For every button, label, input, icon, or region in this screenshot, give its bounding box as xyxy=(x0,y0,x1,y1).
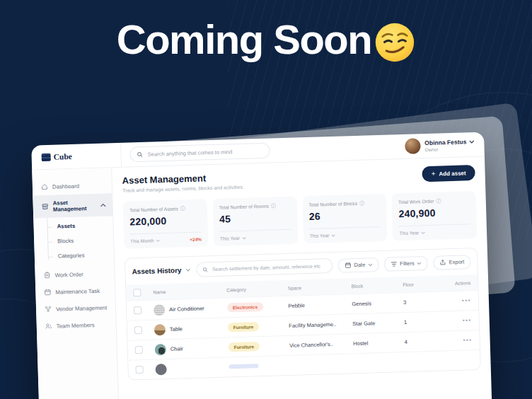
banner-title: Coming Soon xyxy=(117,16,371,63)
stat-value: 240,900 xyxy=(398,206,470,219)
clipboard-icon xyxy=(43,272,50,279)
space-cell xyxy=(290,364,354,366)
calendar-icon xyxy=(44,289,51,296)
info-icon[interactable]: ⓘ xyxy=(359,201,364,206)
row-checkbox[interactable] xyxy=(135,366,143,374)
row-checkbox[interactable] xyxy=(134,326,142,334)
chevron-down-icon xyxy=(421,231,425,234)
app-window: Cube Obinna Festus O xyxy=(31,132,492,399)
space-cell: Vice Chancellor's.. xyxy=(289,340,353,349)
period-dropdown[interactable]: This Year xyxy=(220,236,246,241)
search-icon xyxy=(202,267,208,272)
global-search[interactable] xyxy=(129,143,270,163)
category-badge: Furniture xyxy=(228,342,260,352)
stat-value: 45 xyxy=(219,212,291,225)
chevron-down-icon xyxy=(469,140,474,144)
main-content: Asset Management Track and manage assets… xyxy=(112,157,492,399)
filters-button[interactable]: Filters xyxy=(384,256,428,272)
archive-box-icon xyxy=(42,203,49,210)
export-icon xyxy=(440,259,446,265)
stats-row: Total Number of Assets ⓘ 220,000 This Mo… xyxy=(123,191,478,249)
row-actions-button[interactable] xyxy=(441,360,473,361)
delta-badge: +24% xyxy=(190,236,202,241)
period-dropdown[interactable]: This Year xyxy=(310,233,336,238)
search-icon xyxy=(137,151,142,157)
floor-cell: 1 xyxy=(404,318,441,326)
info-icon[interactable]: ⓘ xyxy=(436,198,441,203)
history-search-input[interactable] xyxy=(211,262,327,272)
filter-icon xyxy=(391,261,397,267)
asset-thumbnail xyxy=(155,344,166,355)
divider xyxy=(399,224,470,226)
dashboard-mockup: Cube Obinna Festus O xyxy=(35,139,488,399)
sidebar-item-work-order[interactable]: Work Order xyxy=(35,265,115,284)
asset-name: Chair xyxy=(170,345,183,352)
stat-card-total-blocks: Total Number of Blocks ⓘ 26 This Year xyxy=(302,194,388,243)
block-cell: Star Gate xyxy=(352,319,404,327)
asset-management-submenu: Assets Blocks Categories xyxy=(33,216,114,267)
chevron-down-icon xyxy=(331,233,335,236)
home-icon xyxy=(41,183,48,190)
stat-value: 26 xyxy=(309,209,381,222)
sidebar-subitem-categories[interactable]: Categories xyxy=(35,247,115,264)
sidebar-item-maintenance-task[interactable]: Maintenance Task xyxy=(35,282,115,301)
floor-cell: 3 xyxy=(403,299,440,306)
chevron-up-icon xyxy=(100,203,107,207)
info-icon[interactable]: ⓘ xyxy=(271,203,276,208)
row-actions-button[interactable]: ••• xyxy=(440,297,471,304)
cube-logo-icon xyxy=(42,153,51,161)
logo[interactable]: Cube xyxy=(31,143,122,170)
space-cell: Facility Manageme.. xyxy=(289,320,352,329)
info-icon[interactable]: ⓘ xyxy=(180,206,185,211)
sidebar-item-dashboard[interactable]: Dashboard xyxy=(33,176,112,195)
row-actions-button[interactable]: ••• xyxy=(441,317,472,324)
global-search-input[interactable] xyxy=(146,146,263,158)
asset-name: Table xyxy=(170,325,183,332)
row-checkbox[interactable] xyxy=(135,346,143,354)
assets-history-panel: Assets History xyxy=(125,248,481,381)
block-cell: Genesis xyxy=(352,299,403,307)
stat-card-total-work-order: Total Work Order ⓘ 240,900 This Year xyxy=(392,191,478,241)
page-subtitle: Track and manage assets, rooms, blocks a… xyxy=(122,185,244,193)
category-badge: Electronics xyxy=(227,302,263,313)
smirking-face-emoji xyxy=(374,22,415,63)
coming-soon-banner: Coming Soon xyxy=(0,16,532,63)
add-asset-button[interactable]: + Add asset xyxy=(422,165,475,182)
chevron-down-icon xyxy=(156,239,160,242)
stat-card-total-rooms: Total Number of Rooms ⓘ 45 This Year xyxy=(212,196,298,245)
export-button[interactable]: Export xyxy=(433,255,470,270)
row-actions-button[interactable]: ••• xyxy=(441,337,472,344)
sidebar: Dashboard Asset Management Assets xyxy=(32,168,120,399)
asset-name: Air Conditioner xyxy=(169,305,204,312)
page-title: Asset Management xyxy=(122,172,243,186)
period-dropdown[interactable]: This Month xyxy=(130,238,160,243)
chevron-down-icon xyxy=(368,263,372,266)
avatar xyxy=(405,138,421,154)
block-cell xyxy=(354,362,405,364)
divider xyxy=(309,226,381,229)
assets-history-title[interactable]: Assets History xyxy=(132,266,190,275)
plus-icon: + xyxy=(431,170,435,178)
network-icon xyxy=(45,306,52,313)
sidebar-item-asset-management[interactable]: Asset Management xyxy=(33,193,112,218)
stat-card-total-assets: Total Number of Assets ⓘ 220,000 This Mo… xyxy=(123,199,209,248)
logo-text: Cube xyxy=(53,152,72,161)
user-menu[interactable]: Obinna Festus Owner xyxy=(405,132,485,158)
floor-cell: 4 xyxy=(405,338,441,346)
user-role: Owner xyxy=(424,146,474,152)
select-all-checkbox[interactable] xyxy=(133,289,141,296)
floor-cell xyxy=(405,361,442,362)
row-checkbox[interactable] xyxy=(134,306,141,314)
sidebar-item-vendor-management[interactable]: Vendor Management xyxy=(36,299,116,318)
history-search[interactable] xyxy=(196,258,333,277)
user-name: Obinna Festus xyxy=(424,138,466,146)
chevron-down-icon xyxy=(242,236,246,239)
asset-thumbnail xyxy=(154,304,165,316)
divider xyxy=(130,232,202,235)
date-filter-button[interactable]: Date xyxy=(338,258,378,273)
block-cell: Hostel xyxy=(353,339,405,347)
chevron-down-icon xyxy=(417,262,422,265)
stat-value: 220,000 xyxy=(129,214,201,228)
sidebar-item-team-members[interactable]: Team Members xyxy=(36,316,116,335)
period-dropdown[interactable]: This Year xyxy=(399,230,425,236)
